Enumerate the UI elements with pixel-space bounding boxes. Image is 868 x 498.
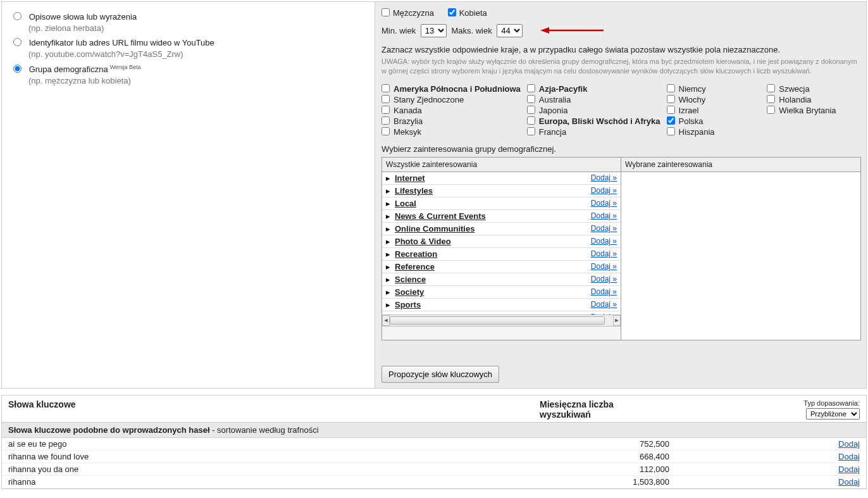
interest-name[interactable]: Sports — [395, 300, 591, 309]
min-age-select[interactable]: 13 — [421, 24, 447, 37]
country-item[interactable]: Niemcy — [667, 84, 761, 94]
interest-name[interactable]: Lifestyles — [395, 186, 591, 196]
interest-name[interactable]: Science — [395, 275, 591, 284]
add-keyword-link[interactable]: Dodaj — [838, 439, 860, 449]
interest-row: ▸InternetDodaj » — [382, 172, 621, 185]
add-interest-link[interactable]: Dodaj » — [591, 199, 617, 208]
horizontal-scrollbar[interactable]: ◄ ► — [382, 314, 621, 326]
interest-name[interactable]: Reference — [395, 262, 591, 271]
expand-icon[interactable]: ▸ — [386, 249, 395, 259]
interest-name[interactable]: Society — [395, 287, 591, 297]
add-interest-link[interactable]: Dodaj » — [591, 186, 617, 195]
radio-option-youtube[interactable]: Identyfikator lub adres URL filmu wideo … — [13, 38, 371, 59]
radio-youtube[interactable] — [13, 38, 22, 46]
country-checkbox[interactable] — [767, 106, 775, 114]
country-item[interactable]: Stany Zjednoczone — [381, 95, 521, 104]
country-checkbox[interactable] — [381, 127, 390, 135]
radio-descriptive[interactable] — [13, 12, 22, 20]
add-interest-link[interactable]: Dodaj » — [591, 262, 617, 271]
country-item[interactable]: Meksyk — [381, 127, 521, 137]
country-checkbox[interactable] — [527, 116, 535, 125]
match-type-select[interactable]: Przybliżone — [806, 408, 860, 420]
add-interest-link[interactable]: Dodaj » — [591, 211, 617, 220]
add-interest-link[interactable]: Dodaj » — [591, 275, 617, 283]
country-item[interactable]: Australia — [527, 95, 660, 104]
add-interest-link[interactable]: Dodaj » — [591, 224, 617, 233]
country-item[interactable]: Szwecja — [767, 84, 861, 94]
country-label: Meksyk — [394, 127, 421, 137]
expand-icon[interactable]: ▸ — [386, 262, 395, 271]
checkbox-female[interactable] — [448, 8, 456, 16]
country-checkbox[interactable] — [381, 84, 390, 92]
max-age-select[interactable]: 44 — [497, 24, 523, 37]
expand-icon[interactable]: ▸ — [386, 300, 395, 309]
country-checkbox[interactable] — [527, 127, 535, 135]
expand-icon[interactable]: ▸ — [386, 173, 395, 183]
expand-icon[interactable]: ▸ — [386, 211, 395, 221]
checkbox-male[interactable] — [381, 8, 390, 16]
gender-male-label[interactable]: Mężczyzna — [381, 8, 434, 18]
interest-name[interactable]: Photo & Video — [395, 237, 591, 246]
country-item[interactable]: Polska — [667, 116, 761, 126]
country-checkbox[interactable] — [381, 116, 390, 125]
country-item[interactable]: Europa, Bliski Wschód i Afryka — [527, 116, 660, 126]
radio-demographic[interactable] — [13, 65, 22, 73]
interest-name[interactable]: Internet — [395, 173, 591, 183]
country-checkbox[interactable] — [527, 95, 535, 103]
country-item[interactable]: Wielka Brytania — [767, 106, 861, 115]
country-item[interactable]: Ameryka Północna i Południowa — [381, 84, 521, 94]
interest-name[interactable]: Local — [395, 199, 591, 208]
country-item[interactable]: Włochy — [667, 95, 761, 104]
scroll-left-icon[interactable]: ◄ — [382, 315, 390, 326]
scroll-right-icon[interactable]: ► — [613, 315, 621, 326]
country-checkbox[interactable] — [667, 106, 675, 114]
keyword-suggestions-button[interactable]: Propozycje słów kluczowych — [381, 366, 499, 383]
interest-name[interactable]: Online Communities — [395, 224, 591, 233]
add-interest-link[interactable]: Dodaj » — [591, 237, 617, 246]
result-keyword: ai se eu te pego — [8, 439, 540, 449]
add-keyword-link[interactable]: Dodaj — [838, 477, 860, 487]
expand-icon[interactable]: ▸ — [386, 275, 395, 284]
column-header-searches[interactable]: Miesięczna liczba wyszukiwań — [540, 399, 666, 420]
country-checkbox[interactable] — [667, 127, 675, 135]
column-header-keywords[interactable]: Słowa kluczowe — [8, 399, 540, 409]
country-checkbox[interactable] — [527, 84, 535, 92]
country-checkbox[interactable] — [667, 116, 675, 125]
interests-list[interactable]: ▸InternetDodaj »▸LifestylesDodaj »▸Local… — [382, 172, 621, 314]
country-checkbox[interactable] — [527, 106, 535, 114]
add-keyword-link[interactable]: Dodaj — [838, 464, 860, 474]
interest-row: ▸ScienceDodaj » — [382, 273, 621, 286]
expand-icon[interactable]: ▸ — [386, 237, 395, 246]
country-item[interactable]: Holandia — [767, 95, 861, 104]
country-item[interactable]: Brazylia — [381, 116, 521, 126]
radio-option-descriptive[interactable]: Opisowe słowa lub wyrażenia (np. zielona… — [13, 12, 371, 33]
country-checkbox[interactable] — [381, 106, 390, 114]
add-keyword-link[interactable]: Dodaj — [838, 452, 860, 461]
result-keyword: rihanna — [8, 477, 540, 487]
interest-name[interactable]: News & Current Events — [395, 211, 591, 221]
country-checkbox[interactable] — [767, 95, 775, 103]
radio-option-demographic[interactable]: Grupa demograficznaWersja Beta (np. mężc… — [13, 64, 371, 85]
country-item[interactable]: Japonia — [527, 106, 660, 115]
expand-icon[interactable]: ▸ — [386, 287, 395, 297]
country-checkbox[interactable] — [667, 84, 675, 92]
country-item[interactable]: Kanada — [381, 106, 521, 115]
country-item[interactable]: Hiszpania — [667, 127, 761, 137]
expand-icon[interactable]: ▸ — [386, 186, 395, 196]
country-checkbox[interactable] — [767, 84, 775, 92]
add-interest-link[interactable]: Dodaj » — [591, 300, 617, 309]
expand-icon[interactable]: ▸ — [386, 224, 395, 233]
expand-icon[interactable]: ▸ — [386, 199, 395, 208]
add-interest-link[interactable]: Dodaj » — [591, 287, 617, 296]
country-item[interactable]: Azja-Pacyfik — [527, 84, 660, 94]
gender-female-label[interactable]: Kobieta — [448, 8, 487, 18]
country-checkbox[interactable] — [381, 95, 390, 103]
country-item[interactable]: Izrael — [667, 106, 761, 115]
add-interest-link[interactable]: Dodaj » — [591, 249, 617, 258]
country-item[interactable]: Francja — [527, 127, 660, 137]
interest-name[interactable]: Recreation — [395, 249, 591, 259]
scrollbar-thumb[interactable] — [390, 316, 605, 325]
add-interest-link[interactable]: Dodaj » — [591, 173, 617, 182]
interests-picker: Wszystkie zainteresowania ▸InternetDodaj… — [381, 157, 861, 340]
country-checkbox[interactable] — [667, 95, 675, 103]
